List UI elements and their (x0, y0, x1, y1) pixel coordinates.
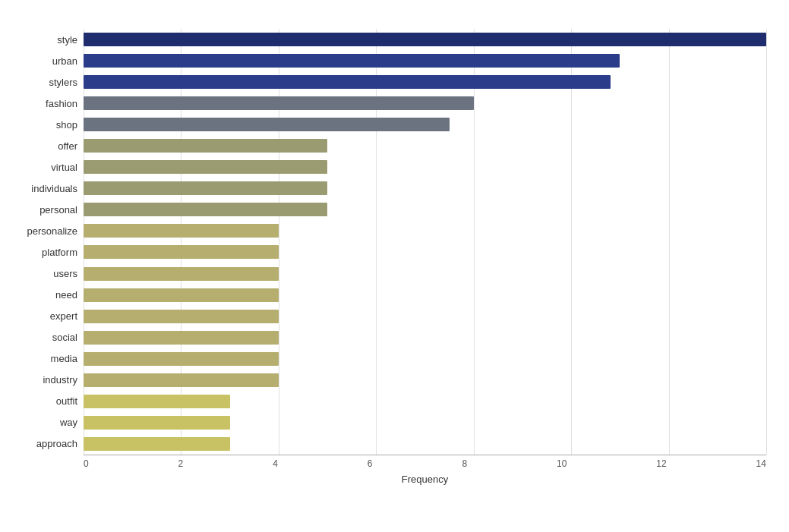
bar (84, 181, 327, 195)
bar (84, 288, 279, 302)
bar (84, 96, 474, 110)
bar-row (84, 159, 766, 175)
x-tick-label: 8 (462, 458, 467, 469)
x-tick-label: 0 (84, 458, 89, 469)
bar (84, 54, 620, 68)
x-tick-label: 10 (557, 458, 567, 469)
bar (84, 437, 230, 451)
bar-row (84, 436, 766, 452)
bar-row (84, 244, 766, 260)
y-axis-label: way (60, 417, 77, 427)
x-ticks: 02468101214 (84, 455, 766, 469)
chart-area: styleurbanstylersfashionshopoffervirtual… (8, 29, 766, 455)
bar (84, 224, 279, 238)
grid-line (279, 29, 279, 455)
y-axis-label: need (55, 290, 77, 300)
grid-line (84, 29, 84, 455)
y-axis-label: shop (56, 120, 77, 130)
bar-row (84, 266, 766, 282)
bar (84, 245, 279, 259)
bar-row (84, 308, 766, 325)
x-tick-label: 12 (656, 458, 666, 469)
plot-area: 02468101214Frequency (84, 29, 766, 455)
y-axis-label: offer (58, 141, 77, 151)
x-axis: 02468101214Frequency (84, 455, 766, 485)
bar (84, 373, 279, 387)
bar-row (84, 137, 766, 154)
bar-row (84, 180, 766, 197)
y-axis-label: urban (52, 56, 77, 66)
y-axis-label: media (51, 354, 77, 364)
bar (84, 267, 279, 281)
bar-row (84, 372, 766, 389)
grid-line (474, 29, 475, 455)
bar-row (84, 222, 766, 239)
chart-container: styleurbanstylersfashionshopoffervirtual… (0, 0, 789, 532)
y-axis-label: personalize (27, 226, 78, 236)
bar (84, 75, 611, 89)
bar-row (84, 414, 766, 431)
y-axis-label: platform (42, 247, 77, 257)
bar (84, 203, 327, 216)
y-axis-label: individuals (31, 184, 77, 194)
y-axis-label: approach (36, 439, 77, 449)
x-tick-label: 14 (756, 458, 766, 469)
y-axis-label: outfit (56, 396, 77, 406)
bar (84, 352, 279, 366)
bar-row (84, 31, 766, 48)
bar-row (84, 52, 766, 69)
bar-row (84, 329, 766, 346)
bar-row (84, 95, 766, 112)
y-axis-label: stylers (49, 77, 77, 87)
grid-line (766, 29, 767, 455)
y-axis-label: social (52, 332, 77, 342)
y-axis-label: style (57, 35, 77, 45)
y-axis-label: personal (39, 205, 77, 215)
bar (84, 118, 450, 131)
bar (84, 395, 230, 408)
grid-line (669, 29, 670, 455)
grid-line (376, 29, 377, 455)
x-tick-label: 2 (178, 458, 184, 469)
bar (84, 331, 279, 345)
bar-row (84, 393, 766, 410)
grid-line (571, 29, 572, 455)
bar (84, 416, 230, 430)
bar (84, 160, 327, 174)
bar (84, 139, 327, 153)
y-axis-label: expert (50, 311, 77, 321)
y-axis-label: fashion (46, 99, 77, 109)
y-axis-label: virtual (51, 162, 77, 172)
bar-row (84, 116, 766, 133)
bar-row (84, 351, 766, 367)
bar-row (84, 287, 766, 304)
bar-row (84, 201, 766, 218)
bar (84, 33, 766, 46)
y-axis: styleurbanstylersfashionshopoffervirtual… (8, 29, 84, 455)
bar-row (84, 74, 766, 90)
x-tick-label: 6 (368, 458, 373, 469)
x-tick-label: 4 (273, 458, 278, 469)
y-axis-label: users (53, 269, 77, 279)
grid-line (181, 29, 181, 455)
bar (84, 310, 279, 323)
x-axis-title: Frequency (84, 474, 766, 485)
y-axis-label: industry (43, 375, 77, 385)
